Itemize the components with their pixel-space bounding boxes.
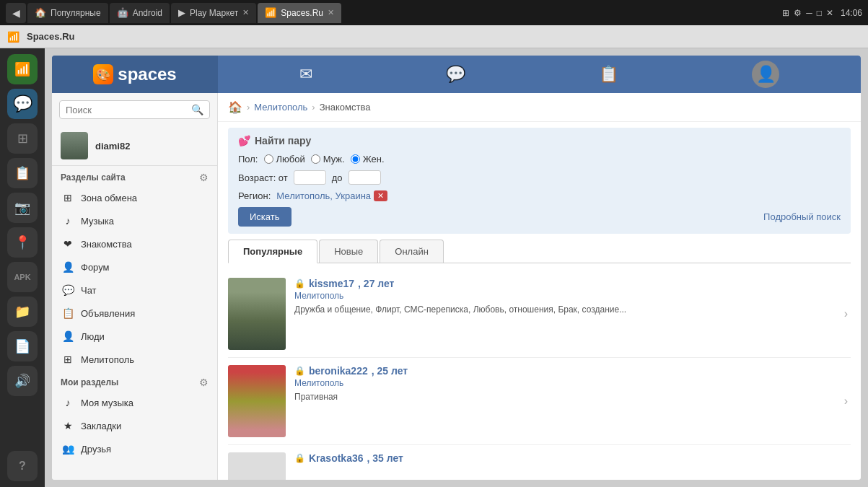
gender-any-radio[interactable] [264, 154, 273, 164]
sidebar-item-melitopol[interactable]: ⊞ Мелитополь [52, 348, 217, 371]
sidebar-icon-location[interactable]: 📍 [7, 227, 38, 258]
sidebar-item-exchange[interactable]: ⊞ Зона обмена [52, 186, 217, 209]
user-profile[interactable]: diami82 [52, 126, 217, 166]
gender-male-radio[interactable] [311, 154, 320, 164]
exchange-icon: ⊞ [61, 190, 75, 205]
play-tab-close[interactable]: ✕ [242, 8, 249, 17]
gender-any-label[interactable]: Любой [264, 154, 305, 164]
sidebar-icon-sound[interactable]: 🔊 [7, 366, 38, 396]
profile-info-krasotka36: 🔒 Krasotka36, 35 лет [294, 452, 851, 480]
sound-icon: 🔊 [14, 373, 30, 389]
camera-icon: 📷 [14, 200, 30, 216]
tab-spaces[interactable]: 📶 Spaces.Ru ✕ [258, 3, 341, 23]
sidebar-icon-camera[interactable]: 📷 [7, 193, 38, 223]
sidebar-icon-layers[interactable]: ⊞ [7, 123, 38, 154]
find-pair-section: 💕 Найти пару Пол: Любой Муж. [228, 128, 851, 234]
site-sections-title: Разделы сайта [61, 172, 126, 183]
tab-play[interactable]: ▶ Play Маркет ✕ [171, 3, 256, 23]
sidebar-item-mymusic[interactable]: ♪ Моя музыка [52, 391, 217, 414]
profile-name-krasotka36: 🔒 Krasotka36, 35 лет [294, 452, 851, 464]
sidebar-item-people[interactable]: 👤 Люди [52, 325, 217, 348]
sidebar-item-bookmarks[interactable]: ★ Закладки [52, 414, 217, 437]
sidebar-icon-help[interactable]: ? [7, 451, 38, 481]
gender-female-radio[interactable] [351, 154, 360, 164]
sidebar-item-ads-label: Объявления [81, 308, 135, 319]
play-tab-label: Play Маркет [190, 8, 238, 18]
sidebar-icon-notes[interactable]: 📋 [7, 158, 38, 188]
nav-avatar-img: 👤 [756, 65, 776, 84]
tab-popular[interactable]: Популярные [228, 240, 317, 263]
tab-welcome[interactable]: 🏠 Популярные [27, 3, 108, 23]
gender-male-label[interactable]: Муж. [311, 154, 345, 164]
friends-icon: 👥 [61, 442, 75, 456]
gender-any-text: Любой [276, 154, 305, 164]
age-from-input[interactable] [294, 170, 326, 185]
my-sections-gear-icon[interactable]: ⚙ [199, 377, 209, 388]
gender-label: Пол: [238, 154, 258, 164]
back-button[interactable]: ◀ [6, 3, 26, 23]
find-pair-icon: 💕 [238, 135, 250, 146]
search-button[interactable]: Искать [238, 207, 291, 227]
breadcrumb-sep-2: › [312, 102, 315, 113]
gender-female-label[interactable]: Жен. [351, 154, 385, 164]
region-value[interactable]: Мелитополь, Украина [276, 190, 371, 201]
chat-sidebar-icon: 💬 [61, 283, 75, 297]
nav-mail-icon[interactable]: ✉ [299, 65, 312, 84]
site-sections-gear-icon[interactable]: ⚙ [199, 172, 209, 183]
settings-icon[interactable]: ⚙ [794, 8, 802, 18]
search-box[interactable]: 🔍 [59, 100, 210, 119]
nav-avatar[interactable]: 👤 [752, 61, 779, 88]
profile-card-kissme17[interactable]: 🔒 kissme17, 27 лет Мелитополь Дружба и о… [228, 271, 851, 358]
close-icon[interactable]: ✕ [826, 8, 833, 18]
spaces-logo-area: 🎨 spaces [52, 56, 218, 93]
age-to-label: до [332, 172, 343, 183]
sidebar-icon-doc[interactable]: 📄 [7, 331, 38, 361]
profile-age-kissme17: , 27 лет [358, 278, 394, 289]
search-input[interactable] [66, 105, 187, 115]
breadcrumb-home-icon[interactable]: 🏠 [228, 100, 242, 114]
layers-icon: ⊞ [17, 131, 28, 146]
profile-photo-inner-3 [228, 452, 286, 480]
profile-card-krasotka36[interactable]: 🔒 Krasotka36, 35 лет › [228, 445, 851, 480]
nav-chat-icon[interactable]: 💬 [446, 65, 465, 84]
spaces-tab-close[interactable]: ✕ [328, 8, 334, 17]
notes-icon: 📋 [14, 165, 30, 181]
melitopol-icon: ⊞ [61, 352, 75, 367]
tray-icon-1: ⊞ [782, 8, 789, 18]
sidebar-item-music[interactable]: ♪ Музыка [52, 209, 217, 232]
tab-online[interactable]: Онлайн [380, 240, 444, 263]
sidebar-icon-wifi[interactable]: 📶 [7, 54, 38, 84]
minimize-icon[interactable]: ─ [806, 8, 812, 18]
region-label: Регион: [238, 190, 271, 201]
region-remove-button[interactable]: ✕ [374, 190, 387, 201]
sidebar-icon-apk[interactable]: APK [7, 262, 38, 292]
breadcrumb-city[interactable]: Мелитополь [254, 102, 307, 113]
spaces-nav-icons: ✉ 💬 📋 👤 [218, 61, 861, 88]
profile-location-beronika222: Мелитополь [294, 378, 851, 388]
play-tab-icon: ▶ [178, 7, 185, 18]
maximize-icon[interactable]: □ [817, 8, 822, 18]
profile-age-beronika222: , 25 лет [372, 365, 408, 377]
sidebar-item-dating[interactable]: ❤ Знакомства [52, 232, 217, 255]
gender-row: Пол: Любой Муж. Жен. [238, 154, 841, 164]
profile-card-beronika222[interactable]: 🔒 beronika222, 25 лет Мелитополь Пративн… [228, 358, 851, 445]
sidebar-item-friends-label: Друзья [81, 444, 111, 455]
profile-cards: 🔒 kissme17, 27 лет Мелитополь Дружба и о… [218, 263, 861, 480]
user-name: diami82 [95, 141, 130, 152]
sidebar-icon-folder[interactable]: 📁 [7, 297, 38, 327]
sidebar-icon-chat[interactable]: 💬 [7, 89, 38, 119]
breadcrumb-section: Знакомства [320, 102, 371, 113]
sidebar-item-chat[interactable]: 💬 Чат [52, 278, 217, 302]
profile-username-kissme17: kissme17 [309, 278, 354, 289]
breadcrumb-sep-1: › [247, 102, 250, 113]
age-to-input[interactable] [348, 170, 381, 185]
tab-new[interactable]: Новые [319, 240, 378, 263]
nav-doc-icon[interactable]: 📋 [599, 65, 618, 84]
tab-android[interactable]: 🤖 Android [110, 3, 170, 23]
sidebar-item-ads[interactable]: 📋 Объявления [52, 302, 217, 325]
sidebar-item-friends[interactable]: 👥 Друзья [52, 437, 217, 460]
advanced-search-link[interactable]: Подробный поиск [763, 211, 841, 222]
profile-photo-inner [228, 278, 286, 350]
welcome-tab-icon: 🏠 [35, 7, 46, 18]
sidebar-item-forum[interactable]: 👤 Форум [52, 255, 217, 278]
